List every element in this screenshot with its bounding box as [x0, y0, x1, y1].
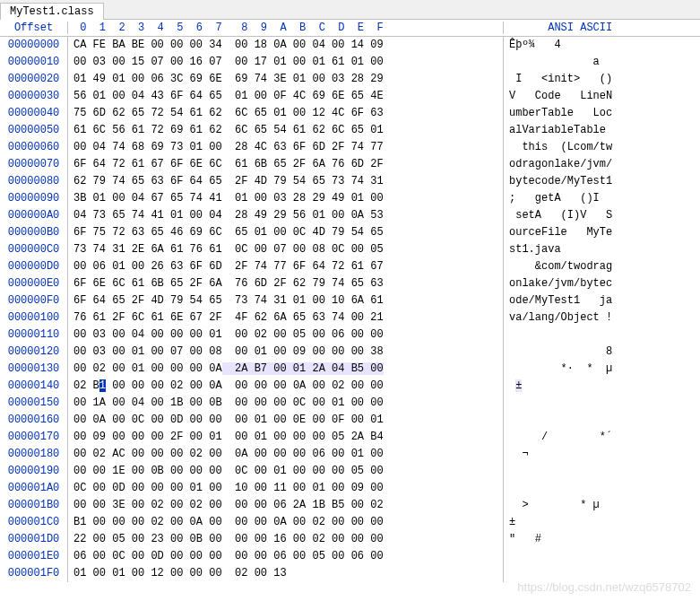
- hex-cell[interactable]: 00 02 AC 00 00 00 02 00 0A 00 00 00 06 0…: [68, 446, 504, 463]
- hex-row[interactable]: 000001B000 00 3E 00 02 00 02 00 00 00 06…: [0, 497, 700, 514]
- ascii-cell: odragonlake/jvm/: [504, 156, 700, 173]
- hex-cell[interactable]: 00 00 3E 00 02 00 02 00 00 00 06 2A 1B B…: [68, 497, 504, 514]
- hex-row[interactable]: 0000012000 03 00 01 00 07 00 08 00 01 00…: [0, 344, 700, 361]
- hex-cell[interactable]: 00 0A 00 0C 00 0D 00 00 00 01 00 0E 00 0…: [68, 412, 504, 429]
- hex-row[interactable]: 0000002001 49 01 00 06 3C 69 6E 69 74 3E…: [0, 71, 700, 88]
- hex-cell[interactable]: 6F 6E 6C 61 6B 65 2F 6A 76 6D 2F 62 79 7…: [68, 275, 504, 292]
- hex-cell[interactable]: 01 49 01 00 06 3C 69 6E 69 74 3E 01 00 0…: [68, 71, 504, 88]
- hex-cell[interactable]: 76 61 2F 6C 61 6E 67 2F 4F 62 6A 65 63 7…: [68, 309, 504, 327]
- hex-cell[interactable]: 00 03 00 01 00 07 00 08 00 01 00 09 00 0…: [68, 344, 504, 361]
- offset-cell: 00000150: [0, 395, 68, 412]
- hex-row[interactable]: 000001F001 00 01 00 12 00 00 00 02 00 13: [0, 565, 700, 582]
- hex-row[interactable]: 000000E06F 6E 6C 61 6B 65 2F 6A 76 6D 2F…: [0, 275, 700, 292]
- ascii-cell: [504, 463, 700, 480]
- offset-cell: 00000060: [0, 139, 68, 156]
- hex-row[interactable]: 0000018000 02 AC 00 00 00 02 00 0A 00 00…: [0, 446, 700, 463]
- ascii-cell: ode/MyTest1 ja: [504, 292, 700, 309]
- hex-row[interactable]: 0000011000 03 00 04 00 00 00 01 00 02 00…: [0, 327, 700, 344]
- hex-cell[interactable]: 6F 75 72 63 65 46 69 6C 65 01 00 0C 4D 7…: [68, 224, 504, 241]
- ascii-cell: V Code LineN: [504, 88, 700, 105]
- hex-cell[interactable]: 01 00 01 00 12 00 00 00 02 00 13: [68, 565, 504, 582]
- ascii-cell: [504, 327, 700, 344]
- hex-row[interactable]: 0000010076 61 2F 6C 61 6E 67 2F 4F 62 6A…: [0, 309, 700, 327]
- hex-row[interactable]: 000001E006 00 0C 00 0D 00 00 00 00 00 06…: [0, 548, 700, 565]
- hex-cell[interactable]: 06 00 0C 00 0D 00 00 00 00 00 06 00 05 0…: [68, 548, 504, 565]
- hex-row[interactable]: 000000D000 06 01 00 26 63 6F 6D 2F 74 77…: [0, 258, 700, 275]
- ascii-cell: 8: [504, 344, 700, 361]
- hex-row[interactable]: 0000005061 6C 56 61 72 69 61 62 6C 65 54…: [0, 122, 700, 139]
- hex-row[interactable]: 000000C073 74 31 2E 6A 61 76 61 0C 00 07…: [0, 241, 700, 258]
- header-offset: Offset: [0, 22, 68, 34]
- hex-row[interactable]: 0000019000 00 1E 00 0B 00 00 00 0C 00 01…: [0, 463, 700, 480]
- hex-cell[interactable]: CA FE BA BE 00 00 00 34 00 18 0A 00 04 0…: [68, 37, 504, 54]
- offset-cell: 00000110: [0, 327, 68, 344]
- offset-cell: 00000120: [0, 344, 68, 361]
- hex-cell[interactable]: 00 02 00 01 00 00 00 0A 2A B7 00 01 2A 0…: [68, 361, 504, 378]
- ascii-cell: &com/twodrag: [504, 258, 700, 275]
- hex-row[interactable]: 0000017000 09 00 00 00 2F 00 01 00 01 00…: [0, 429, 700, 446]
- offset-cell: 00000170: [0, 429, 68, 446]
- ascii-cell: [504, 548, 700, 565]
- hex-row[interactable]: 000000A004 73 65 74 41 01 00 04 28 49 29…: [0, 207, 700, 224]
- hex-row[interactable]: 0000001000 03 00 15 07 00 16 07 00 17 01…: [0, 54, 700, 71]
- hex-cell[interactable]: 61 6C 56 61 72 69 61 62 6C 65 54 61 62 6…: [68, 122, 504, 139]
- offset-cell: 00000070: [0, 156, 68, 173]
- hex-cell[interactable]: 00 04 74 68 69 73 01 00 28 4C 63 6F 6D 2…: [68, 139, 504, 156]
- tab-file[interactable]: MyTest1.class: [0, 3, 104, 20]
- hex-cell[interactable]: 04 73 65 74 41 01 00 04 28 49 29 56 01 0…: [68, 207, 504, 224]
- hex-row[interactable]: 0000006000 04 74 68 69 73 01 00 28 4C 63…: [0, 139, 700, 156]
- hex-cell[interactable]: 00 03 00 04 00 00 00 01 00 02 00 05 00 0…: [68, 327, 504, 344]
- hex-row[interactable]: 00000000CA FE BA BE 00 00 00 34 00 18 0A…: [0, 37, 700, 54]
- data-rows[interactable]: 00000000CA FE BA BE 00 00 00 34 00 18 0A…: [0, 37, 700, 601]
- hex-row[interactable]: 000000B06F 75 72 63 65 46 69 6C 65 01 00…: [0, 224, 700, 241]
- hex-row[interactable]: 000001C0B1 00 00 00 02 00 0A 00 00 00 0A…: [0, 514, 700, 531]
- hex-row[interactable]: 0000008062 79 74 65 63 6F 64 65 2F 4D 79…: [0, 173, 700, 190]
- ascii-cell: > * µ: [504, 497, 700, 514]
- hex-row[interactable]: 0000003056 01 00 04 43 6F 64 65 01 00 0F…: [0, 88, 700, 105]
- hex-cell[interactable]: 73 74 31 2E 6A 61 76 61 0C 00 07 00 08 0…: [68, 241, 504, 258]
- offset-cell: 000001A0: [0, 480, 68, 497]
- ascii-cell: alVariableTable: [504, 122, 700, 139]
- hex-row[interactable]: 000000F06F 64 65 2F 4D 79 54 65 73 74 31…: [0, 292, 700, 309]
- hex-row[interactable]: 000000903B 01 00 04 67 65 74 41 01 00 03…: [0, 190, 700, 207]
- hex-cell[interactable]: 6F 64 72 61 67 6F 6E 6C 61 6B 65 2F 6A 7…: [68, 156, 504, 173]
- offset-cell: 000000C0: [0, 241, 68, 258]
- hex-row[interactable]: 0000013000 02 00 01 00 00 00 0A 2A B7 00…: [0, 361, 700, 378]
- ascii-cell: st1.java: [504, 241, 700, 258]
- offset-cell: 000001B0: [0, 497, 68, 514]
- hex-cell[interactable]: 00 06 01 00 26 63 6F 6D 2F 74 77 6F 64 7…: [68, 258, 504, 275]
- hex-row[interactable]: 000001D022 00 05 00 23 00 0B 00 00 00 16…: [0, 531, 700, 548]
- ascii-cell: " #: [504, 531, 700, 548]
- ascii-cell: [504, 480, 700, 497]
- hex-cell[interactable]: 00 03 00 15 07 00 16 07 00 17 01 00 01 6…: [68, 54, 504, 71]
- offset-cell: 000001E0: [0, 548, 68, 565]
- offset-cell: 00000090: [0, 190, 68, 207]
- hex-row[interactable]: 000001A00C 00 0D 00 00 00 01 00 10 00 11…: [0, 480, 700, 497]
- ascii-cell: ; getA ()I: [504, 190, 700, 207]
- hex-cell[interactable]: 75 6D 62 65 72 54 61 62 6C 65 01 00 12 4…: [68, 105, 504, 122]
- hex-row[interactable]: 0000016000 0A 00 0C 00 0D 00 00 00 01 00…: [0, 412, 700, 429]
- offset-cell: 00000020: [0, 71, 68, 88]
- hex-cell[interactable]: 62 79 74 65 63 6F 64 65 2F 4D 79 54 65 7…: [68, 173, 504, 190]
- hex-row[interactable]: 0000004075 6D 62 65 72 54 61 62 6C 65 01…: [0, 105, 700, 122]
- hex-cell[interactable]: 6F 64 65 2F 4D 79 54 65 73 74 31 01 00 1…: [68, 292, 504, 309]
- offset-cell: 00000180: [0, 446, 68, 463]
- ascii-cell: umberTable Loc: [504, 105, 700, 122]
- hex-cell[interactable]: 00 00 1E 00 0B 00 00 00 0C 00 01 00 00 0…: [68, 463, 504, 480]
- hex-row[interactable]: 000000706F 64 72 61 67 6F 6E 6C 61 6B 65…: [0, 156, 700, 173]
- ascii-cell: *· * µ: [504, 361, 700, 378]
- hex-cell[interactable]: 00 1A 00 04 00 1B 00 0B 00 00 00 0C 00 0…: [68, 395, 504, 412]
- hex-row[interactable]: 0000014002 B1 00 00 00 02 00 0A 00 00 00…: [0, 378, 700, 395]
- offset-cell: 00000000: [0, 37, 68, 54]
- offset-cell: 00000130: [0, 361, 68, 378]
- hex-cell[interactable]: 0C 00 0D 00 00 00 01 00 10 00 11 00 01 0…: [68, 480, 504, 497]
- hex-cell[interactable]: 22 00 05 00 23 00 0B 00 00 00 16 00 02 0…: [68, 531, 504, 548]
- hex-cell[interactable]: 02 B1 00 00 00 02 00 0A 00 00 00 0A 00 0…: [68, 378, 504, 395]
- hex-cell[interactable]: B1 00 00 00 02 00 0A 00 00 00 0A 00 02 0…: [68, 514, 504, 531]
- hex-cell[interactable]: 00 09 00 00 00 2F 00 01 00 01 00 00 00 0…: [68, 429, 504, 446]
- hex-cell[interactable]: 3B 01 00 04 67 65 74 41 01 00 03 28 29 4…: [68, 190, 504, 207]
- hex-row[interactable]: 0000015000 1A 00 04 00 1B 00 0B 00 00 00…: [0, 395, 700, 412]
- ascii-cell: this (Lcom/tw: [504, 139, 700, 156]
- hex-cell[interactable]: 56 01 00 04 43 6F 64 65 01 00 0F 4C 69 6…: [68, 88, 504, 105]
- ascii-cell: ±: [504, 378, 700, 395]
